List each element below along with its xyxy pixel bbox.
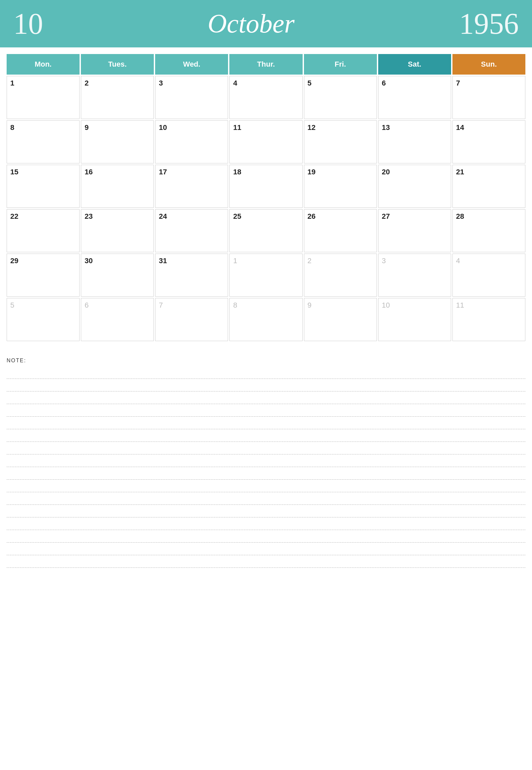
day-number: 10 [382,301,390,309]
note-line [7,505,525,517]
day-header-thur: Thur. [229,54,302,75]
calendar-header: 10 October 1956 [0,0,532,47]
day-cell: 10 [155,120,228,163]
day-cell: 5 [7,298,80,341]
day-cell: 10 [378,298,451,341]
notes-label: NOTE: [7,358,525,364]
day-number: 5 [10,301,14,309]
day-number: 10 [159,123,167,132]
month-name: October [43,9,459,39]
day-cell: 4 [452,254,525,297]
day-number: 11 [233,123,241,132]
month-number: 10 [13,7,43,41]
day-number: 8 [10,123,14,132]
day-cell: 9 [81,120,154,163]
note-line [7,480,525,492]
day-header-fri: Fri. [304,54,377,75]
note-line [7,454,525,467]
day-number: 2 [308,257,312,265]
day-number: 4 [233,79,237,87]
notes-section: NOTE: [0,351,532,568]
day-cell: 27 [378,209,451,252]
note-line [7,467,525,480]
note-line [7,555,525,568]
day-cell: 24 [155,209,228,252]
day-header-mon: Mon. [7,54,80,75]
day-number: 30 [85,257,92,265]
note-line [7,442,525,454]
day-headers: Mon.Tues.Wed.Thur.Fri.Sat.Sun. [7,54,525,75]
day-number: 21 [456,168,464,176]
day-number: 12 [308,123,316,132]
note-line [7,530,525,543]
day-cell: 15 [7,165,80,208]
day-cell: 3 [378,254,451,297]
day-number: 7 [159,301,163,309]
day-number: 19 [308,168,316,176]
calendar-container: Mon.Tues.Wed.Thur.Fri.Sat.Sun. 123456789… [0,47,532,344]
day-cell: 20 [378,165,451,208]
day-cell: 14 [452,120,525,163]
day-cell: 16 [81,165,154,208]
day-number: 7 [456,79,460,87]
day-number: 8 [233,301,237,309]
day-number: 6 [382,79,386,87]
day-number: 11 [456,301,464,309]
note-line [7,366,525,379]
note-line [7,391,525,404]
day-number: 15 [10,168,18,176]
day-number: 23 [85,212,92,220]
day-number: 3 [382,257,386,265]
day-cell: 19 [304,165,377,208]
day-header-wed: Wed. [155,54,228,75]
day-number: 14 [456,123,464,132]
day-number: 4 [456,257,460,265]
day-cell: 11 [452,298,525,341]
day-cell: 6 [81,298,154,341]
day-cell: 30 [81,254,154,297]
day-number: 27 [382,212,390,220]
day-number: 20 [382,168,390,176]
day-number: 18 [233,168,241,176]
day-number: 29 [10,257,18,265]
day-cell: 2 [81,76,154,119]
day-cell: 21 [452,165,525,208]
day-number: 25 [233,212,241,220]
day-cell: 31 [155,254,228,297]
day-cell: 4 [229,76,302,119]
note-line [7,379,525,391]
day-cell: 2 [304,254,377,297]
day-number: 26 [308,212,316,220]
day-number: 1 [10,79,14,87]
day-cell: 8 [229,298,302,341]
day-cell: 7 [155,298,228,341]
day-cell: 12 [304,120,377,163]
day-cell: 8 [7,120,80,163]
note-line [7,517,525,530]
note-line [7,492,525,505]
day-cell: 26 [304,209,377,252]
note-line [7,429,525,442]
note-line [7,543,525,555]
day-cell: 7 [452,76,525,119]
day-number: 31 [159,257,167,265]
day-cell: 17 [155,165,228,208]
day-cell: 29 [7,254,80,297]
day-cell: 5 [304,76,377,119]
note-lines [7,366,525,568]
day-cell: 9 [304,298,377,341]
day-header-tues: Tues. [81,54,154,75]
day-number: 6 [85,301,89,309]
day-number: 3 [159,79,163,87]
day-number: 16 [85,168,92,176]
day-number: 13 [382,123,390,132]
day-number: 5 [308,79,312,87]
day-cell: 6 [378,76,451,119]
day-cell: 11 [229,120,302,163]
day-number: 24 [159,212,167,220]
day-cell: 25 [229,209,302,252]
day-cell: 18 [229,165,302,208]
day-number: 1 [233,257,237,265]
day-cell: 1 [229,254,302,297]
day-cell: 1 [7,76,80,119]
